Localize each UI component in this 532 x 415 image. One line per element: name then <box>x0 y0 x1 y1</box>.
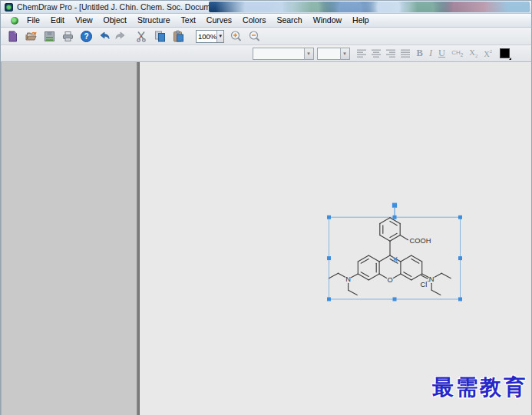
align-right-button[interactable] <box>385 48 398 60</box>
menu-file[interactable]: File <box>21 14 45 27</box>
standard-toolbar: ? 100% ▼ <box>1 28 531 45</box>
menu-curves[interactable]: Curves <box>201 14 237 27</box>
formula-button[interactable]: CH2 <box>451 49 463 58</box>
zoom-level-select[interactable]: 100% ▼ <box>196 30 224 43</box>
italic-button[interactable]: I <box>429 48 432 59</box>
help-icon[interactable]: ? <box>79 29 94 44</box>
menu-view[interactable]: View <box>70 14 98 27</box>
menu-text[interactable]: Text <box>176 14 201 27</box>
selection-handle[interactable] <box>327 216 331 219</box>
window-title: ChemDraw Pro - [Untitled J. Chin. Chem. … <box>17 2 236 12</box>
zoom-out-icon[interactable] <box>247 29 262 44</box>
selection-handle[interactable] <box>327 298 331 301</box>
redo-icon[interactable] <box>113 29 127 44</box>
underline-button[interactable]: U <box>438 48 445 59</box>
font-dropdown-arrow[interactable]: ▼ <box>304 48 313 59</box>
align-justify-button[interactable] <box>399 48 412 60</box>
color-swatch[interactable] <box>500 48 510 58</box>
size-dropdown-arrow[interactable]: ▼ <box>340 48 349 59</box>
selection-handle[interactable] <box>458 298 462 301</box>
main-area: COOH O N N Cl− 最需教育 <box>1 62 531 415</box>
svg-text:?: ? <box>84 32 88 41</box>
font-name-select[interactable]: ▼ <box>253 48 314 60</box>
menu-search[interactable]: Search <box>271 14 307 27</box>
selection-handle[interactable] <box>393 298 397 301</box>
new-document-icon[interactable] <box>5 29 20 44</box>
align-center-button[interactable] <box>370 48 383 60</box>
document-icon <box>11 17 18 25</box>
blurred-titlebar-region <box>209 2 530 12</box>
menu-colors[interactable]: Colors <box>237 14 271 27</box>
undo-icon[interactable] <box>97 29 112 44</box>
text-format-toolbar: ▼ ▼ B I U CH2 X2 X2 <box>1 45 531 62</box>
font-size-value <box>318 48 340 59</box>
bold-button[interactable]: B <box>417 48 423 59</box>
tools-panel <box>1 62 137 415</box>
align-left-button[interactable] <box>355 48 368 60</box>
molecule-structure[interactable]: COOH O N N Cl− <box>323 199 477 306</box>
menu-help[interactable]: Help <box>347 14 375 27</box>
zoom-in-icon[interactable] <box>229 29 243 44</box>
chloride-label: Cl− <box>421 278 431 288</box>
document-canvas[interactable]: COOH O N N Cl− 最需教育 <box>140 62 531 415</box>
selection-handle[interactable] <box>458 256 462 260</box>
carboxyl-label: COOH <box>410 237 431 245</box>
selection-handle[interactable] <box>327 256 331 260</box>
print-icon[interactable] <box>61 29 75 44</box>
menu-structure[interactable]: Structure <box>132 14 176 27</box>
save-icon[interactable] <box>42 29 57 44</box>
menu-edit[interactable]: Edit <box>45 14 70 27</box>
rotation-handle[interactable] <box>392 203 397 208</box>
chemdraw-app-icon <box>5 3 13 12</box>
subscript-button[interactable]: X2 <box>469 48 477 58</box>
zoom-level-value: 100% <box>197 31 216 42</box>
zoom-dropdown-arrow[interactable]: ▼ <box>216 31 223 42</box>
paste-icon[interactable] <box>171 29 186 44</box>
selection-handle[interactable] <box>393 216 397 219</box>
title-bar: ChemDraw Pro - [Untitled J. Chin. Chem. … <box>1 1 531 14</box>
menu-bar: File Edit View Object Structure Text Cur… <box>1 14 531 28</box>
font-name-value <box>253 48 304 59</box>
oxygen-label: O <box>387 276 392 284</box>
cut-icon[interactable] <box>134 29 149 44</box>
nitrogen-left-label: N <box>345 275 351 283</box>
menu-window[interactable]: Window <box>308 14 347 27</box>
superscript-button[interactable]: X2 <box>484 48 492 58</box>
chemdraw-window: ChemDraw Pro - [Untitled J. Chin. Chem. … <box>0 0 532 415</box>
font-size-select[interactable]: ▼ <box>317 48 350 60</box>
menu-object[interactable]: Object <box>98 14 132 27</box>
selection-handle[interactable] <box>458 216 462 219</box>
copy-icon[interactable] <box>153 29 167 44</box>
open-icon[interactable] <box>24 29 38 44</box>
watermark-text: 最需教育 <box>432 373 527 402</box>
